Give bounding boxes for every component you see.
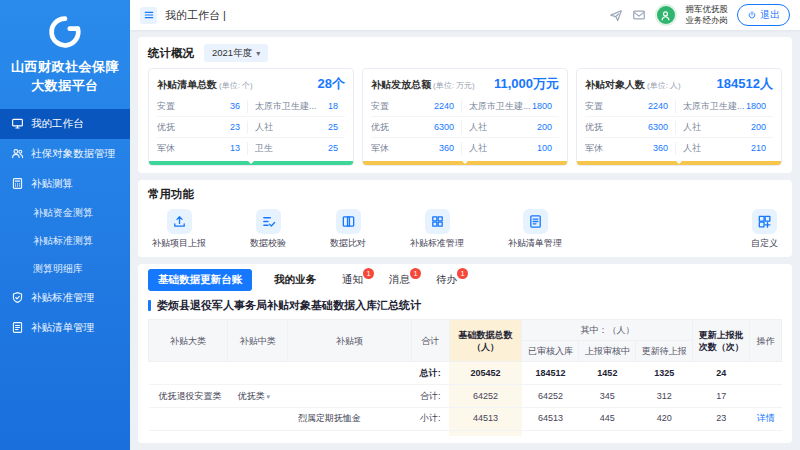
workbench-icon xyxy=(11,117,24,130)
logout-button[interactable]: 退出 xyxy=(737,4,790,26)
sidebar-item[interactable]: 补贴测算 xyxy=(0,169,130,199)
functions-section: 常用功能 补贴项目上报数据校验数据比对补贴标准管理补贴清单管理 自定义 xyxy=(138,180,792,257)
avatar[interactable] xyxy=(655,4,677,26)
sidebar: 山西财政社会保障 大数据平台 我的工作台社保对象数据管理补贴测算补贴资金测算补贴… xyxy=(0,0,130,450)
page-title: 我的工作台 | xyxy=(165,8,226,23)
stat-pair: 优抚23 xyxy=(157,121,247,134)
table-cell: 优抚退役安置类 xyxy=(149,385,228,408)
table-cell: 74523 xyxy=(449,430,522,436)
sidebar-subitem[interactable]: 测算明细库 xyxy=(0,255,130,283)
stat-row: 安置36太原市卫生建...18 xyxy=(157,96,345,116)
sidebar-item-label: 补贴测算 xyxy=(31,177,73,191)
year-selector[interactable]: 2021年度 ▾ xyxy=(204,44,268,62)
col-header-reporting: 上报审核中 xyxy=(579,341,636,362)
stat-value: 13 xyxy=(230,143,247,153)
ledger-tab[interactable]: 我的业务 xyxy=(274,273,316,287)
stat-label: 太原市卫生建... xyxy=(683,100,745,113)
table-cell xyxy=(149,407,228,430)
table-cell xyxy=(149,362,228,385)
notification-badge: 1 xyxy=(363,268,374,279)
stat-card-list-count: 补贴清单总数 (单位: 个) 28个 安置36太原市卫生建...18优抚23人社… xyxy=(148,68,354,166)
function-button[interactable]: 数据校验 xyxy=(250,209,286,250)
function-button[interactable]: 补贴项目上报 xyxy=(152,209,206,250)
table-cell: 烈属定期抚恤金 xyxy=(288,407,411,430)
stat-value: 210 xyxy=(751,143,773,153)
card-accent-bar xyxy=(577,161,781,165)
ledger-tab[interactable]: 待办1 xyxy=(436,273,457,287)
table-cell: 1452 xyxy=(579,362,636,385)
stat-value: 36 xyxy=(230,101,247,111)
stat-card-total: 28个 xyxy=(318,75,345,93)
ledger-section: 基础数据更新台账 我的业务通知1消息1待办1 娄烦县退役军人事务局补贴对象基础数… xyxy=(138,264,792,443)
table-cell: 345 xyxy=(579,385,636,408)
stat-pair: 优抚6300 xyxy=(585,121,675,134)
sidebar-item-label: 补贴清单管理 xyxy=(31,321,94,335)
detail-link[interactable]: 详情 xyxy=(757,413,775,423)
stat-pair: 太原市卫生建...1800 xyxy=(675,100,773,113)
table-cell: 44513 xyxy=(449,407,522,430)
platform-logo xyxy=(0,0,130,58)
send-icon[interactable] xyxy=(609,8,623,22)
table-cell: 445 xyxy=(579,407,636,430)
function-button[interactable]: 数据比对 xyxy=(330,209,366,250)
table-cell: 17 xyxy=(693,385,750,408)
function-button[interactable]: 补贴标准管理 xyxy=(410,209,464,250)
sidebar-item[interactable]: 补贴标准管理 xyxy=(0,283,130,313)
stat-card-unit: (单位: 个) xyxy=(219,80,253,91)
stat-label: 军休 xyxy=(371,142,389,155)
ledger-chip[interactable]: 基础数据更新台账 xyxy=(148,269,252,291)
col-header-item: 补贴项 xyxy=(288,320,411,362)
grid-icon xyxy=(425,209,450,234)
menu-toggle-icon[interactable] xyxy=(140,7,157,24)
col-header-reviewed: 已审核入库 xyxy=(522,341,579,362)
stat-label: 人社 xyxy=(469,121,487,134)
col-header-batch: 更新上报批次数（次） xyxy=(693,320,750,362)
stat-label: 太原市卫生建... xyxy=(469,100,531,113)
stat-pair: 安置36 xyxy=(157,100,247,113)
topbar: 我的工作台 | 拥军优抚股 业务经办岗 退出 xyxy=(130,0,800,30)
table-title: 娄烦县退役军人事务局补贴对象基础数据入库汇总统计 xyxy=(157,298,421,313)
stat-label: 人社 xyxy=(683,142,701,155)
col-header-among: 其中：（人） xyxy=(522,320,693,341)
sidebar-subitem[interactable]: 补贴资金测算 xyxy=(0,199,130,227)
sidebar-item[interactable]: 补贴清单管理 xyxy=(0,313,130,343)
table-row: 总计:2054521845121452132524 xyxy=(149,362,782,385)
ledger-tab[interactable]: 消息1 xyxy=(389,273,410,287)
col-header-action: 操作 xyxy=(750,320,782,362)
function-list: 补贴项目上报数据校验数据比对补贴标准管理补贴清单管理 xyxy=(152,209,562,250)
stat-row: 优抚6300人社200 xyxy=(371,116,559,137)
table-cell: 184512 xyxy=(522,362,579,385)
ledger-tab[interactable]: 通知1 xyxy=(342,273,363,287)
topbar-right: 拥军优抚股 业务经办岗 退出 xyxy=(609,4,791,26)
table-cell: 24 xyxy=(693,362,750,385)
title-accent-bar xyxy=(148,300,151,311)
stat-card-unit: (单位: 人) xyxy=(647,80,681,91)
function-button[interactable]: 补贴清单管理 xyxy=(508,209,562,250)
stat-pair: 人社210 xyxy=(675,142,773,155)
stat-pair: 安置2240 xyxy=(585,100,675,113)
sidebar-item[interactable]: 我的工作台 xyxy=(0,109,130,139)
stat-label: 人社 xyxy=(255,121,273,134)
content: 统计概况 2021年度 ▾ 补贴清单总数 (单位: 个) 28个 安置36太原市… xyxy=(130,30,800,450)
table-cell xyxy=(228,407,288,430)
table-cell: 详情 xyxy=(750,430,782,436)
upload-icon xyxy=(167,209,192,234)
stat-label: 安置 xyxy=(585,100,603,113)
customize-button[interactable]: 自定义 xyxy=(751,209,778,250)
table-title-row: 娄烦县退役军人事务局补贴对象基础数据入库汇总统计 xyxy=(148,297,782,319)
stat-pair: 军休13 xyxy=(157,142,247,155)
user-org: 拥军优抚股 xyxy=(686,4,729,15)
stat-pair: 卫生25 xyxy=(247,142,345,155)
stat-pair: 人社200 xyxy=(675,121,773,134)
sidebar-item[interactable]: 社保对象数据管理 xyxy=(0,139,130,169)
table-cell xyxy=(288,385,411,408)
stat-card-rows: 安置36太原市卫生建...18优抚23人社25军休13卫生25 xyxy=(157,96,345,158)
stat-pair: 太原市卫生建...1800 xyxy=(461,100,559,113)
sidebar-subitem[interactable]: 补贴标准测算 xyxy=(0,227,130,255)
table-cell: 残疾军人残疾抚恤金 xyxy=(288,430,411,436)
power-icon xyxy=(747,10,757,20)
stat-value: 1800 xyxy=(746,101,773,111)
dropdown-caret-icon[interactable]: ▾ xyxy=(265,393,270,400)
mail-icon[interactable] xyxy=(632,8,646,22)
stat-label: 安置 xyxy=(157,100,175,113)
